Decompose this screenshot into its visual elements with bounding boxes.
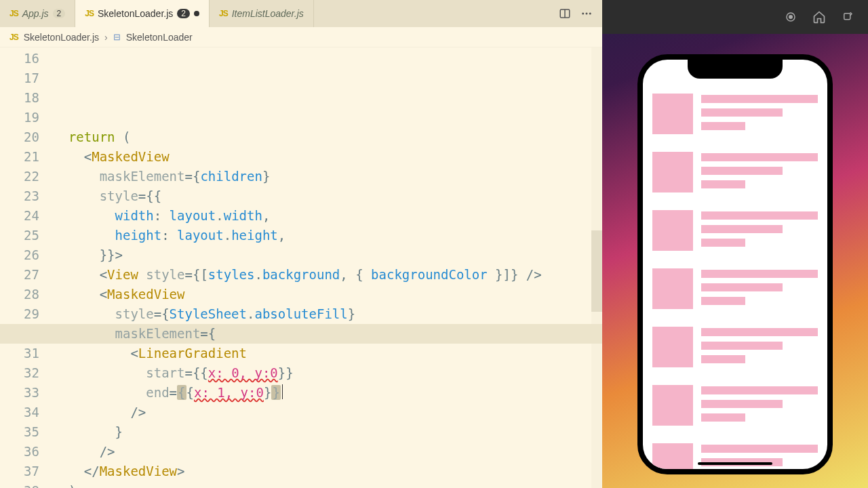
code-line[interactable]: maskElement={ (53, 324, 602, 344)
code-line[interactable]: style={StyleSheet.absoluteFill} (53, 304, 602, 324)
code-line[interactable]: /> (53, 403, 602, 422)
home-indicator (698, 462, 772, 465)
tab-bar: JSApp.js2JSSkeletonLoader.js2JSItemListL… (0, 0, 602, 27)
line-number: 16 (0, 49, 39, 68)
minimap-scrollbar[interactable] (591, 47, 602, 488)
line-number: 33 (0, 383, 39, 403)
breadcrumb[interactable]: JS SkeletonLoader.js › ⊟ SkeletonLoader (0, 27, 602, 47)
line-number: 24 (0, 206, 39, 226)
line-number: 35 (0, 422, 39, 442)
symbol-icon: ⊟ (113, 32, 121, 42)
simulator-toolbar (602, 0, 868, 34)
tab-skeletonloader-js[interactable]: JSSkeletonLoader.js2 (75, 0, 210, 27)
skeleton-row (652, 327, 818, 367)
skeleton-thumbnail (652, 268, 693, 309)
skeleton-row (652, 210, 818, 251)
code-line[interactable]: <LinearGradient (53, 344, 602, 363)
skeleton-loader-preview (643, 87, 827, 469)
breadcrumb-symbol: SkeletonLoader (126, 32, 193, 43)
code-editor: JSApp.js2JSSkeletonLoader.js2JSItemListL… (0, 0, 602, 488)
skeleton-row (652, 94, 818, 134)
text-cursor (282, 384, 283, 399)
line-number: 32 (0, 363, 39, 383)
js-file-icon: JS (219, 9, 228, 18)
code-line[interactable]: height: layout.height, (53, 226, 602, 245)
line-number: 37 (0, 462, 39, 481)
code-line[interactable]: maskElement={children} (53, 167, 602, 186)
skeleton-text-lines (701, 268, 818, 309)
line-number: 19 (0, 108, 39, 127)
tab-problems-badge: 2 (53, 9, 66, 18)
line-number: 17 (0, 68, 39, 88)
skeleton-row (652, 268, 818, 309)
home-icon[interactable] (812, 10, 826, 24)
code-line[interactable]: return ( (53, 127, 602, 147)
skeleton-text-lines (701, 94, 818, 134)
code-line[interactable]: <MaskedView (53, 147, 602, 167)
tab-itemlistloader-js[interactable]: JSItemListLoader.js (210, 0, 314, 27)
code-content[interactable]: return ( <MaskedView maskElement={childr… (53, 47, 602, 488)
code-line[interactable]: <MaskedView (53, 285, 602, 304)
code-area[interactable]: 1617181920212223242526272829303132333435… (0, 47, 602, 488)
skeleton-text-lines (701, 385, 818, 426)
tab-problems-badge: 2 (177, 9, 190, 18)
line-number: 23 (0, 186, 39, 206)
code-line[interactable]: style={{ (53, 186, 602, 206)
line-number: 25 (0, 226, 39, 245)
tab-app-js[interactable]: JSApp.js2 (0, 0, 75, 27)
skeleton-thumbnail (652, 152, 693, 192)
skeleton-text-lines (701, 152, 818, 192)
code-line[interactable]: } (53, 422, 602, 442)
skeleton-thumbnail (652, 210, 693, 251)
tab-label: SkeletonLoader.js (98, 8, 173, 19)
rotate-icon[interactable] (841, 10, 854, 24)
chevron-right-icon: › (104, 32, 108, 43)
breadcrumb-file: SkeletonLoader.js (24, 32, 99, 43)
line-number: 34 (0, 403, 39, 422)
tab-label: App.js (22, 8, 49, 19)
code-line[interactable]: }}> (53, 245, 602, 265)
line-number: 38 (0, 481, 39, 488)
code-line[interactable]: end={{x: 1, y:0}} (53, 383, 602, 403)
line-number: 18 (0, 88, 39, 108)
svg-point-3 (586, 13, 588, 15)
line-number: 31 (0, 344, 39, 363)
code-line[interactable] (53, 108, 602, 127)
skeleton-text-lines (701, 443, 818, 469)
js-file-icon: JS (9, 9, 18, 18)
line-number: 27 (0, 265, 39, 285)
split-editor-icon[interactable] (559, 7, 571, 20)
code-line[interactable]: <View style={[styles.background, { backg… (53, 265, 602, 285)
line-number: 26 (0, 245, 39, 265)
skeleton-text-lines (701, 327, 818, 367)
dirty-indicator-icon (194, 11, 199, 16)
scrollbar-thumb[interactable] (591, 230, 602, 312)
skeleton-row (652, 443, 818, 469)
code-line[interactable]: </MaskedView> (53, 462, 602, 481)
skeleton-row (652, 152, 818, 192)
skeleton-thumbnail (652, 385, 693, 426)
code-line[interactable]: start={{x: 0, y:0}} (53, 363, 602, 383)
phone-frame (637, 54, 833, 474)
js-file-icon: JS (9, 33, 18, 42)
screenshot-icon[interactable] (784, 10, 797, 24)
code-line[interactable]: ); (53, 481, 602, 488)
line-number: 28 (0, 285, 39, 304)
js-file-icon: JS (85, 9, 94, 18)
code-line[interactable]: /> (53, 442, 602, 462)
svg-point-2 (582, 13, 584, 15)
svg-rect-7 (844, 14, 850, 20)
skeleton-thumbnail (652, 94, 693, 134)
line-number: 20 (0, 127, 39, 147)
line-number: 21 (0, 147, 39, 167)
line-number: 22 (0, 167, 39, 186)
more-actions-icon[interactable] (580, 7, 593, 20)
code-line[interactable]: width: layout.width, (53, 206, 602, 226)
skeleton-row (652, 385, 818, 426)
skeleton-thumbnail (652, 327, 693, 367)
line-number-gutter: 1617181920212223242526272829303132333435… (0, 47, 53, 488)
phone-notch (688, 58, 783, 79)
line-number: 29 (0, 304, 39, 324)
simulator-pane (602, 0, 868, 488)
line-number: 36 (0, 442, 39, 462)
